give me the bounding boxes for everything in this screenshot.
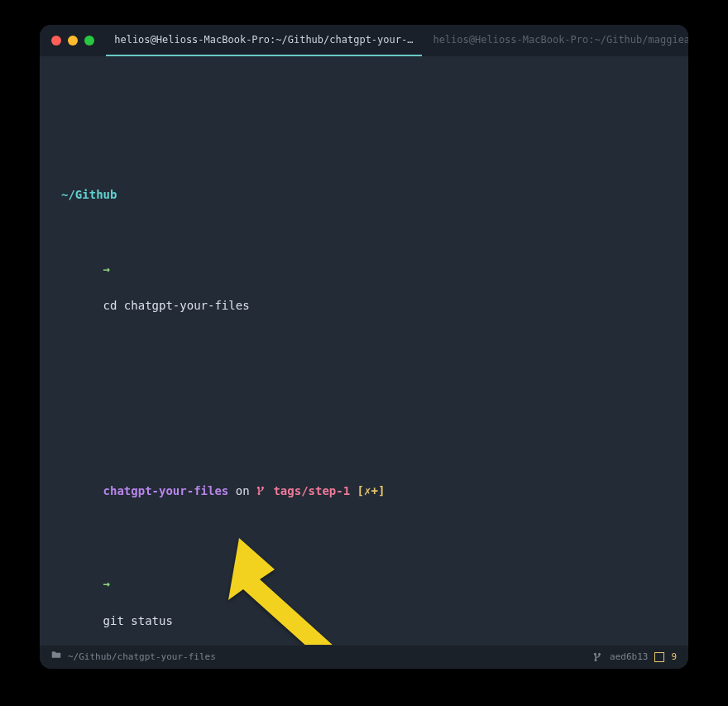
git-flags: [✗+] [350, 484, 385, 497]
branch-icon [593, 651, 603, 663]
tab-inactive[interactable]: helios@Helioss-MacBook-Pro:~/Github/magg… [422, 25, 688, 56]
command-cd: cd chatgpt-your-files [103, 299, 250, 312]
status-box-icon [654, 652, 664, 662]
cwd: ~/Github [61, 188, 117, 201]
tab-active[interactable]: helios@Helioss-MacBook-Pro:~/Github/chat… [106, 25, 422, 56]
tab-bar: helios@Helioss-MacBook-Pro:~/Github/chat… [40, 25, 688, 56]
tabs: helios@Helioss-MacBook-Pro:~/Github/chat… [106, 25, 688, 56]
command-git-status: git status [103, 614, 173, 627]
prompt-line: chatgpt-your-files on tags/step-1 [✗+] [61, 463, 667, 518]
prompt-on: on [228, 484, 256, 497]
status-commit: aed6b13 [610, 650, 648, 665]
git-ref: tags/step-1 [266, 484, 350, 497]
terminal-window: helios@Helioss-MacBook-Pro:~/Github/chat… [40, 25, 688, 669]
minimize-icon[interactable] [68, 36, 78, 46]
folder-icon [51, 650, 61, 665]
close-icon[interactable] [51, 36, 61, 46]
status-path: ~/Github/chatgpt-your-files [68, 650, 216, 665]
repo-name: chatgpt-your-files [103, 484, 229, 497]
status-count: 9 [671, 650, 677, 665]
prompt-arrow-icon: → [103, 577, 110, 590]
zoom-icon[interactable] [84, 36, 94, 46]
status-bar: ~/Github/chatgpt-your-files aed6b13 9 [40, 645, 688, 669]
terminal-body[interactable]: ~/Github → cd chatgpt-your-files chatgpt… [40, 56, 688, 645]
branch-icon [256, 485, 266, 497]
window-controls [40, 25, 106, 56]
prompt-arrow-icon: → [103, 262, 110, 276]
